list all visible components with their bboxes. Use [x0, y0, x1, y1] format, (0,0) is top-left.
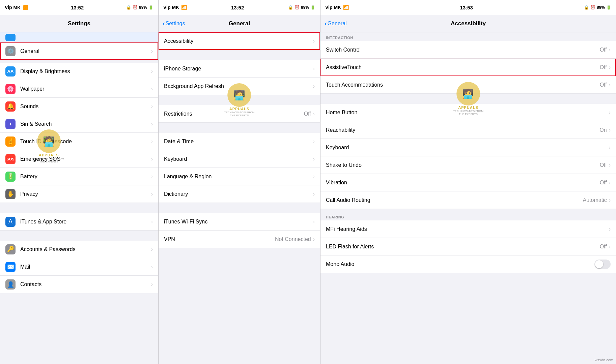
- wifi-icon-1: 📶: [23, 5, 28, 10]
- acc-item-touch-accommodations[interactable]: Touch Accommodations Off ›: [320, 76, 616, 94]
- back-button-3[interactable]: ‹ General: [325, 20, 347, 27]
- general-item-restrictions[interactable]: Restrictions Off ›: [159, 105, 320, 123]
- nav-bar-1: Settings: [0, 15, 158, 32]
- vpn-label: VPN: [164, 236, 275, 242]
- general-item-iphone-storage[interactable]: iPhone Storage ›: [159, 60, 320, 78]
- wallpaper-label: Wallpaper: [20, 86, 151, 92]
- acc-item-led-flash[interactable]: LED Flash for Alerts Off ›: [320, 238, 616, 255]
- settings-item-battery[interactable]: 🔋 Battery ›: [0, 168, 158, 185]
- itunes-chevron: ›: [151, 219, 153, 225]
- alarm-icon-3: ⏰: [590, 5, 595, 10]
- settings-item-sos[interactable]: SOS Emergency SOS ›: [0, 150, 158, 168]
- shake-undo-label: Shake to Undo: [326, 162, 600, 168]
- watermark-p3-area: 🧑‍💻 APPUALS TECH HOW-TO'S FROM THE EXPER…: [320, 94, 616, 104]
- settings-item-touchid[interactable]: ☝️ Touch ID & Passcode › 🧑‍💻 APPUALS TEC…: [0, 133, 158, 150]
- iphone-storage-chevron: ›: [313, 66, 315, 72]
- status-right-1: 🔒 ⏰ 89% 🔋: [126, 5, 153, 10]
- battery-pct-2: 89%: [301, 5, 309, 10]
- assistivetouch-chevron: ›: [609, 64, 611, 70]
- acc-item-vibration[interactable]: Vibration Off ›: [320, 174, 616, 191]
- general-item-accessibility[interactable]: Accessibility ›: [159, 32, 320, 50]
- home-button-chevron: ›: [609, 110, 611, 116]
- back-chevron-2: ‹: [163, 20, 165, 27]
- settings-item-sounds[interactable]: 🔔 Sounds ›: [0, 98, 158, 115]
- itunes-wifi-chevron: ›: [313, 219, 315, 225]
- settings-list-1: ⚙️ General › AA Display & Brightness › 🌸…: [0, 32, 158, 364]
- acc-item-home-button[interactable]: Home Button ›: [320, 104, 616, 121]
- nav-bar-2: ‹ Settings General: [159, 15, 320, 32]
- general-item-date-time[interactable]: Date & Time ›: [159, 133, 320, 150]
- shake-undo-chevron: ›: [609, 162, 611, 168]
- mfi-hearing-label: MFi Hearing Aids: [326, 226, 609, 232]
- general-item-keyboard[interactable]: Keyboard ›: [159, 150, 320, 168]
- settings-item-contacts[interactable]: 👤 Contacts ›: [0, 276, 158, 293]
- iphone-storage-label: iPhone Storage: [164, 66, 313, 72]
- nav-bar-3: ‹ General Accessibility: [320, 15, 616, 32]
- panel-general: Vip MK 📶 13:52 🔒 ⏰ 89% 🔋 ‹ Settings Gene…: [159, 0, 320, 364]
- vibration-chevron: ›: [609, 180, 611, 186]
- settings-item-mail[interactable]: ✉️ Mail ›: [0, 258, 158, 276]
- display-icon: AA: [5, 66, 16, 77]
- mono-audio-toggle[interactable]: [594, 260, 611, 269]
- reachability-label: Reachability: [326, 127, 599, 133]
- touch-acc-chevron: ›: [609, 82, 611, 88]
- led-flash-chevron: ›: [609, 244, 611, 250]
- acc-item-call-audio[interactable]: Call Audio Routing Automatic ›: [320, 191, 616, 209]
- watermark-p2-area: 🧑‍💻 APPUALS TECH HOW-TO'S FROM THE EXPER…: [159, 95, 320, 105]
- settings-item-accounts[interactable]: 🔑 Accounts & Passwords ›: [0, 241, 158, 258]
- sos-label: Emergency SOS: [20, 156, 151, 162]
- general-item-vpn[interactable]: VPN Not Connected ›: [159, 231, 320, 248]
- general-item-dictionary[interactable]: Dictionary ›: [159, 185, 320, 203]
- restrictions-value: Off: [304, 111, 311, 117]
- settings-item-privacy[interactable]: ✋ Privacy ›: [0, 185, 158, 203]
- dictionary-label: Dictionary: [164, 191, 313, 197]
- mono-audio-toggle-thumb: [595, 260, 603, 268]
- switch-control-chevron: ›: [609, 47, 611, 53]
- privacy-label: Privacy: [20, 191, 151, 197]
- general-item-itunes-wifi[interactable]: iTunes Wi-Fi Sync ›: [159, 213, 320, 231]
- status-left-1: Vip MK 📶: [5, 5, 28, 10]
- acc-item-shake-undo[interactable]: Shake to Undo Off ›: [320, 156, 616, 174]
- contacts-label: Contacts: [20, 281, 151, 287]
- itunes-wifi-label: iTunes Wi-Fi Sync: [164, 219, 313, 225]
- nav-title-1: Settings: [68, 20, 90, 27]
- section-header-interaction: INTERACTION: [320, 32, 616, 41]
- acc-item-assistivetouch[interactable]: AssistiveTouch Off ›: [320, 59, 616, 76]
- settings-item-display[interactable]: AA Display & Brightness ›: [0, 63, 158, 80]
- vibration-value: Off: [600, 180, 607, 186]
- reachability-chevron: ›: [609, 127, 611, 133]
- battery-pct-1: 89%: [139, 5, 147, 10]
- acc-item-reachability[interactable]: Reachability On ›: [320, 121, 616, 139]
- general-label: General: [20, 48, 151, 54]
- acc-item-mono-audio[interactable]: Mono Audio: [320, 255, 616, 273]
- settings-item-siri[interactable]: ✦ Siri & Search ›: [0, 115, 158, 133]
- acc-item-mfi-hearing[interactable]: MFi Hearing Aids ›: [320, 220, 616, 238]
- partial-top-item: [0, 32, 158, 42]
- back-label-3: General: [328, 21, 347, 27]
- privacy-chevron: ›: [151, 191, 153, 197]
- battery-pct-3: 89%: [597, 5, 605, 10]
- back-button-2[interactable]: ‹ Settings: [163, 20, 185, 27]
- general-item-language[interactable]: Language & Region ›: [159, 168, 320, 185]
- assistivetouch-label: AssistiveTouch: [326, 64, 600, 70]
- sos-icon: SOS: [5, 154, 16, 164]
- section-header-hearing: HEARING: [320, 212, 616, 220]
- settings-item-general[interactable]: ⚙️ General ›: [0, 42, 158, 60]
- settings-item-wallpaper[interactable]: 🌸 Wallpaper ›: [0, 80, 158, 98]
- general-item-bg-refresh[interactable]: Background App Refresh ›: [159, 78, 320, 95]
- display-chevron: ›: [151, 68, 153, 74]
- general-list: Accessibility › iPhone Storage › Backgro…: [159, 32, 320, 364]
- battery-icon-3: 🔋: [606, 5, 611, 10]
- acc-item-keyboard[interactable]: Keyboard ›: [320, 139, 616, 156]
- privacy-icon: ✋: [5, 189, 16, 199]
- accounts-label: Accounts & Passwords: [20, 246, 151, 252]
- led-flash-value: Off: [600, 244, 607, 250]
- acc-item-switch-control[interactable]: Switch Control Off ›: [320, 41, 616, 59]
- acc-keyboard-chevron: ›: [609, 145, 611, 151]
- time-2: 13:52: [231, 5, 244, 10]
- mail-icon: ✉️: [5, 262, 16, 272]
- nav-title-3: Accessibility: [451, 20, 486, 27]
- panel-settings: Vip MK 📶 13:52 🔒 ⏰ 89% 🔋 Settings ⚙️ Gen…: [0, 0, 159, 364]
- settings-item-itunes[interactable]: A iTunes & App Store ›: [0, 213, 158, 231]
- siri-icon: ✦: [5, 119, 16, 129]
